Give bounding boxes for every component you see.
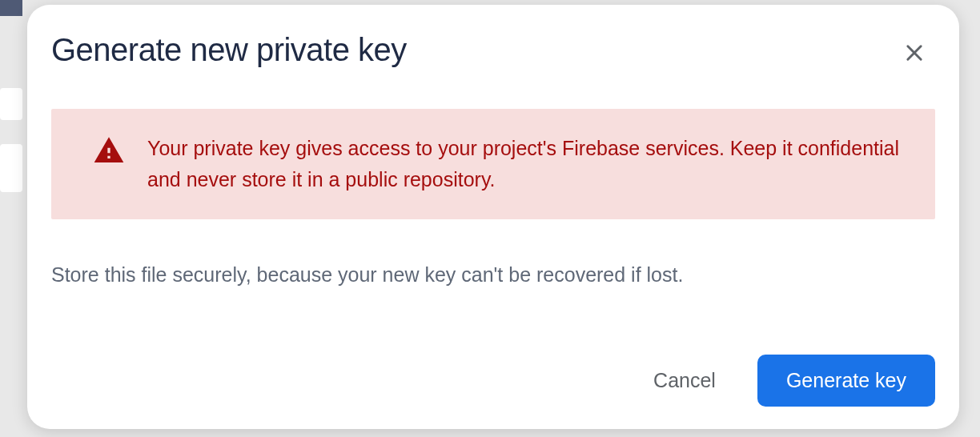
background-fragment: [0, 144, 22, 192]
close-icon: [903, 42, 926, 64]
info-text: Store this file securely, because your n…: [51, 261, 935, 289]
close-button[interactable]: [897, 35, 932, 70]
cancel-button[interactable]: Cancel: [641, 361, 729, 400]
dialog-title: Generate new private key: [51, 30, 407, 69]
dialog-header: Generate new private key: [51, 30, 935, 70]
generate-key-dialog: Generate new private key Your private ke…: [27, 5, 959, 429]
warning-text: Your private key gives access to your pr…: [147, 133, 900, 195]
dialog-actions: Cancel Generate key: [51, 355, 935, 407]
generate-key-button[interactable]: Generate key: [757, 355, 935, 407]
background-fragment: [0, 0, 22, 16]
background-fragment: [0, 88, 22, 120]
warning-icon: [93, 134, 125, 166]
warning-banner: Your private key gives access to your pr…: [51, 109, 935, 219]
